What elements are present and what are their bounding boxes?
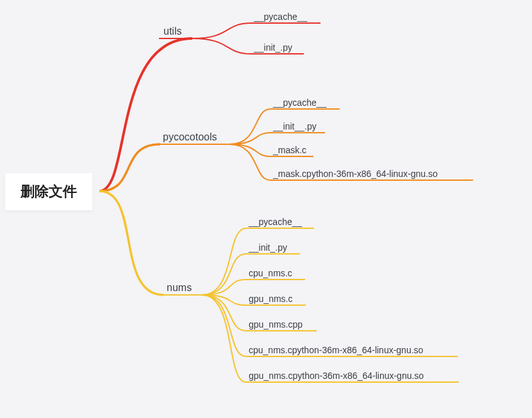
leaf-utils-init[interactable]: __init_.py <box>254 42 292 53</box>
leaf-pycoco-pycache[interactable]: __pycache__ <box>273 97 326 108</box>
root-node[interactable]: 删除文件 <box>5 173 92 210</box>
leaf-pycoco-maskc[interactable]: _mask.c <box>273 145 306 155</box>
leaf-nums-gpunmsso[interactable]: gpu_nms.cpython-36m-x86_64-linux-gnu.so <box>249 371 424 381</box>
leaf-nums-init[interactable]: __init_.py <box>249 242 287 253</box>
leaf-nums-cpunmsso[interactable]: cpu_nms.cpython-36m-x86_64-linux-gnu.so <box>249 345 423 355</box>
leaf-nums-gpunmscpp[interactable]: gpu_nms.cpp <box>249 319 303 330</box>
leaf-nums-cpunmsc[interactable]: cpu_nms.c <box>249 268 292 278</box>
branch-pycocotools[interactable]: pycocotools <box>163 131 217 143</box>
leaf-pycoco-init[interactable]: __init__.py <box>273 121 317 131</box>
branch-utils[interactable]: utils <box>163 26 181 37</box>
leaf-utils-pycache[interactable]: __pycache__ <box>254 12 307 22</box>
mindmap-canvas: 删除文件 utils __pycache__ __init_.py pycoco… <box>0 0 532 418</box>
leaf-nums-pycache[interactable]: __pycache__ <box>249 217 302 227</box>
branch-nums[interactable]: nums <box>167 282 192 294</box>
leaf-nums-gpunmsc[interactable]: gpu_nms.c <box>249 294 292 304</box>
leaf-pycoco-maskso[interactable]: _mask.cpython-36m-x86_64-linux-gnu.so <box>273 169 438 179</box>
